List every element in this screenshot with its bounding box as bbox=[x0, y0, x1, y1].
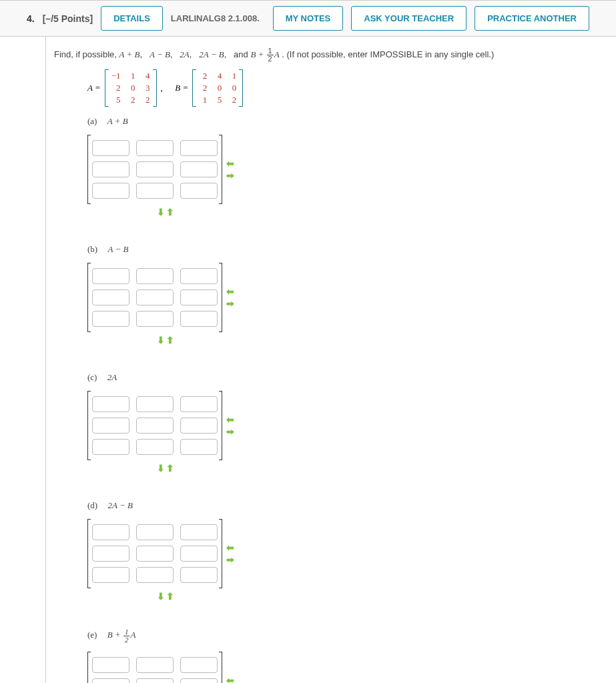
answer-matrix-e bbox=[87, 652, 222, 683]
cell-a-0-0[interactable] bbox=[92, 140, 129, 156]
cell-d-1-0[interactable] bbox=[92, 546, 129, 562]
cell-b-2-1[interactable] bbox=[136, 311, 174, 327]
add-col-icon[interactable]: ➡ bbox=[226, 170, 234, 181]
cell-b-0-2[interactable] bbox=[180, 268, 218, 284]
cell-c-0-2[interactable] bbox=[180, 396, 218, 412]
answer-matrix-c bbox=[87, 391, 222, 460]
part-d: (d) 2A − B ⬅ ➡ ⬇ ⬆ bbox=[87, 500, 616, 602]
part-b-label: (b) bbox=[87, 244, 97, 254]
cell-d-1-2[interactable] bbox=[180, 546, 218, 562]
part-a-expr: A + B bbox=[107, 116, 128, 126]
cell-b-2-2[interactable] bbox=[180, 311, 218, 327]
cell-a-2-0[interactable] bbox=[92, 183, 129, 199]
cell-a-1-1[interactable] bbox=[136, 161, 174, 177]
points-label: [–/5 Points] bbox=[43, 13, 93, 24]
add-col-icon[interactable]: ➡ bbox=[226, 426, 234, 437]
part-a: (a) A + B ⬅ ➡ ⬇ ⬆ bbox=[87, 116, 616, 217]
cell-a-2-2[interactable] bbox=[180, 183, 218, 199]
add-row-icon[interactable]: ⬇ bbox=[157, 591, 165, 602]
remove-row-icon[interactable]: ⬆ bbox=[166, 463, 174, 474]
cell-c-1-0[interactable] bbox=[92, 418, 129, 434]
add-row-icon[interactable]: ⬇ bbox=[157, 335, 165, 346]
remove-col-icon[interactable]: ⬅ bbox=[226, 414, 234, 425]
question-number: 4. bbox=[27, 13, 35, 24]
cell-a-0-2[interactable] bbox=[180, 140, 218, 156]
cell-a-0-1[interactable] bbox=[136, 140, 174, 156]
cell-e-0-2[interactable] bbox=[180, 657, 218, 673]
add-col-icon[interactable]: ➡ bbox=[226, 298, 234, 309]
cell-b-0-0[interactable] bbox=[92, 268, 129, 284]
cell-a-1-2[interactable] bbox=[180, 161, 218, 177]
remove-row-icon[interactable]: ⬆ bbox=[166, 207, 174, 217]
part-e-expr: B + 12A bbox=[107, 630, 136, 640]
question-header: 4. [–/5 Points] DETAILS LARLINALG8 2.1.0… bbox=[0, 0, 616, 37]
answer-matrix-a bbox=[87, 135, 222, 204]
part-c: (c) 2A ⬅ ➡ ⬇ ⬆ bbox=[87, 372, 616, 474]
part-d-expr: 2A − B bbox=[107, 500, 132, 510]
cell-b-1-0[interactable] bbox=[92, 289, 129, 305]
cell-e-1-2[interactable] bbox=[180, 678, 218, 683]
part-c-expr: 2A bbox=[107, 372, 117, 382]
cell-c-0-1[interactable] bbox=[136, 396, 174, 412]
details-button[interactable]: DETAILS bbox=[101, 6, 163, 31]
matrix-b-label: B = bbox=[175, 83, 188, 93]
cell-c-1-1[interactable] bbox=[136, 418, 174, 434]
part-e-label: (e) bbox=[87, 630, 97, 640]
given-matrices: A = −114 203 522 , B = 241 200 152 bbox=[87, 69, 616, 107]
matrix-a-label: A = bbox=[87, 83, 101, 93]
question-text: Find, if possible, A + B, A − B, 2A, 2A … bbox=[54, 47, 616, 63]
part-a-label: (a) bbox=[87, 116, 97, 126]
cell-e-1-0[interactable] bbox=[92, 678, 129, 683]
remove-col-icon[interactable]: ⬅ bbox=[226, 286, 234, 297]
cell-a-1-0[interactable] bbox=[92, 161, 129, 177]
cell-c-2-0[interactable] bbox=[92, 439, 129, 455]
fraction: 12 bbox=[267, 47, 274, 63]
cell-b-2-0[interactable] bbox=[92, 311, 129, 327]
cell-d-2-0[interactable] bbox=[92, 567, 129, 583]
matrix-a: −114 203 522 bbox=[105, 69, 157, 107]
cell-c-2-2[interactable] bbox=[180, 439, 218, 455]
cell-e-0-0[interactable] bbox=[92, 657, 129, 673]
cell-d-0-2[interactable] bbox=[180, 524, 218, 540]
cell-d-0-0[interactable] bbox=[92, 524, 129, 540]
cell-a-2-1[interactable] bbox=[136, 183, 174, 199]
part-d-label: (d) bbox=[87, 500, 97, 510]
cell-b-1-2[interactable] bbox=[180, 289, 218, 305]
remove-col-icon[interactable]: ⬅ bbox=[226, 158, 234, 169]
answer-matrix-d bbox=[87, 519, 222, 588]
assignment-id: LARLINALG8 2.1.008. bbox=[171, 13, 260, 23]
cell-d-2-1[interactable] bbox=[136, 567, 174, 583]
remove-row-icon[interactable]: ⬆ bbox=[166, 335, 174, 346]
remove-row-icon[interactable]: ⬆ bbox=[166, 591, 174, 602]
cell-d-0-1[interactable] bbox=[136, 524, 174, 540]
part-b-expr: A − B bbox=[107, 244, 128, 254]
part-c-label: (c) bbox=[87, 372, 97, 382]
fraction: 12 bbox=[123, 628, 130, 644]
cell-b-1-1[interactable] bbox=[136, 289, 174, 305]
add-row-icon[interactable]: ⬇ bbox=[157, 463, 165, 474]
add-col-icon[interactable]: ➡ bbox=[226, 554, 234, 565]
cell-d-1-1[interactable] bbox=[136, 546, 174, 562]
remove-col-icon[interactable]: ⬅ bbox=[226, 542, 234, 553]
cell-d-2-2[interactable] bbox=[180, 567, 218, 583]
cell-e-0-1[interactable] bbox=[136, 657, 174, 673]
add-row-icon[interactable]: ⬇ bbox=[157, 207, 165, 217]
question-body: Find, if possible, A + B, A − B, 2A, 2A … bbox=[45, 37, 616, 683]
cell-c-0-0[interactable] bbox=[92, 396, 129, 412]
cell-b-0-1[interactable] bbox=[136, 268, 174, 284]
remove-col-icon[interactable]: ⬅ bbox=[226, 675, 234, 683]
part-e: (e) B + 12A ⬅ ➡ ⬇ ⬆ bbox=[87, 628, 616, 683]
answer-matrix-b bbox=[87, 263, 222, 332]
cell-e-1-1[interactable] bbox=[136, 678, 174, 683]
practice-another-button[interactable]: PRACTICE ANOTHER bbox=[475, 6, 589, 31]
part-b: (b) A − B ⬅ ➡ ⬇ ⬆ bbox=[87, 244, 616, 346]
cell-c-1-2[interactable] bbox=[180, 418, 218, 434]
ask-teacher-button[interactable]: ASK YOUR TEACHER bbox=[351, 6, 467, 31]
matrix-b: 241 200 152 bbox=[192, 69, 243, 107]
my-notes-button[interactable]: MY NOTES bbox=[273, 6, 344, 31]
cell-c-2-1[interactable] bbox=[136, 439, 174, 455]
